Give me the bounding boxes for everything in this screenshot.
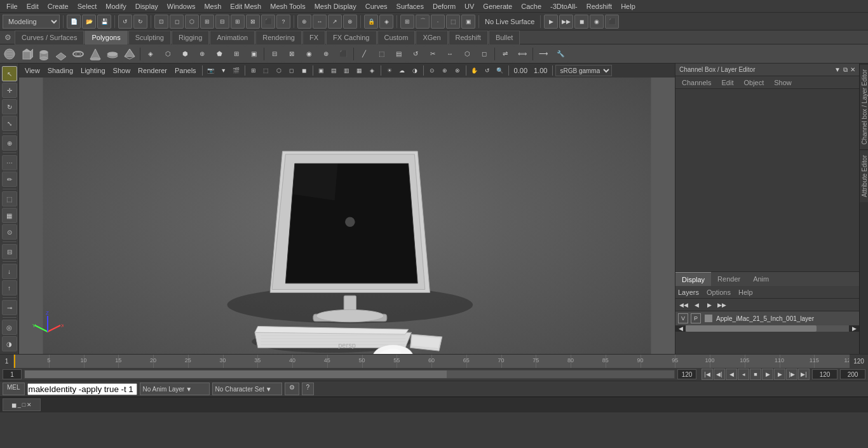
vtab-channel-box[interactable]: Channel box / Layer Editor (860, 64, 868, 149)
le-new-layer[interactable]: ◀◀ (678, 300, 689, 310)
vp-menu-lighting[interactable]: Lighting (78, 65, 109, 76)
snap3-btn[interactable]: ⊞ (231, 15, 245, 29)
display-icon1[interactable]: ⊞ (248, 65, 259, 76)
light-icon1[interactable]: ☀ (384, 65, 395, 76)
le-subtab-options[interactable]: Options (707, 288, 731, 296)
tab-sculpting[interactable]: Sculpting (128, 31, 171, 44)
rot-btn[interactable]: ↔ (313, 15, 327, 29)
shelf-offset-edge[interactable]: ▤ (390, 46, 407, 62)
shelf-insert-edge[interactable]: ⬚ (373, 46, 390, 62)
render4-btn[interactable]: ◉ (590, 15, 604, 29)
anim-layer-dropdown[interactable]: No Anim Layer ▼ (140, 383, 210, 395)
render2-btn[interactable]: ▶▶ (559, 15, 573, 29)
tab-rigging[interactable]: Rigging (172, 31, 209, 44)
workspace-dropdown[interactable]: Modeling (3, 15, 60, 29)
box-mode-btn[interactable]: ⬚ (2, 191, 17, 207)
pb-last[interactable]: ▶| (798, 369, 810, 380)
tab-rendering[interactable]: Rendering (255, 31, 302, 44)
shading-icon4[interactable]: ▦ (354, 65, 365, 76)
lasso-btn[interactable]: ◻ (170, 15, 184, 29)
measure-btn[interactable]: ⊸ (2, 300, 17, 315)
menu-mesh-display[interactable]: Mesh Display (311, 1, 360, 11)
menu-redshift[interactable]: Redshift (583, 1, 616, 11)
layer-scroll-right[interactable]: ▶ (849, 323, 859, 334)
snap2-btn[interactable]: ⊟ (215, 15, 229, 29)
shelf-cone[interactable] (87, 46, 104, 62)
gamma-select[interactable]: sRGB gamma (555, 65, 612, 76)
help2-btn[interactable]: ? (302, 383, 315, 395)
shelf-fill-hole[interactable]: ⬟ (211, 46, 227, 62)
paint-btn[interactable]: ⬡ (185, 15, 199, 29)
pb-play[interactable]: ▶ (762, 369, 773, 380)
prefs-cog-btn[interactable]: ⚙ (1, 31, 14, 44)
paint-sel-btn[interactable]: ✏ (2, 172, 17, 187)
range-end-input[interactable] (677, 369, 696, 379)
redo-btn[interactable]: ↻ (133, 15, 147, 29)
shelf-bevel[interactable]: ⬡ (459, 46, 475, 62)
shelf-extrude[interactable]: ⬡ (159, 46, 176, 62)
layer-color-swatch[interactable] (705, 315, 712, 322)
rotate-tool-btn[interactable]: ↻ (2, 99, 17, 114)
le-tab-display[interactable]: Display (675, 272, 711, 286)
le-tab-render[interactable]: Render (711, 272, 747, 286)
menu-help[interactable]: Help (617, 1, 639, 11)
pb-stop[interactable]: ■ (750, 369, 761, 380)
trans-btn[interactable]: ⊕ (297, 15, 311, 29)
menu-edit-mesh[interactable]: Edit Mesh (226, 1, 265, 11)
select-cam-icon[interactable]: ▼ (218, 65, 229, 76)
shelf-append[interactable]: ⊕ (194, 46, 210, 62)
menu-surfaces[interactable]: Surfaces (393, 1, 428, 11)
vp-menu-panels[interactable]: Panels (172, 65, 200, 76)
render5-btn[interactable]: ⬛ (605, 15, 619, 29)
shadow-icon[interactable]: ◑ (409, 65, 421, 76)
menu-generate[interactable]: Generate (479, 1, 516, 11)
snap1-btn[interactable]: ⊞ (200, 15, 214, 29)
tab-custom[interactable]: Custom (377, 31, 416, 44)
viewport[interactable]: View Shading Lighting Show Renderer Pane… (19, 64, 675, 354)
le-subtab-layers[interactable]: Layers (678, 288, 699, 296)
shading-icon5[interactable]: ◈ (367, 65, 378, 76)
lasso-select-btn[interactable]: ⋯ (2, 155, 17, 170)
shelf-smooth[interactable]: ⊞ (228, 46, 245, 62)
shelf-plane[interactable] (53, 46, 69, 62)
tab-fx[interactable]: FX (302, 31, 325, 44)
scale-tool-btn[interactable]: ⤡ (2, 116, 17, 131)
new-scene-btn[interactable]: 📄 (67, 15, 81, 29)
time-slider[interactable]: 1510152025303540455055606570758085909510… (14, 355, 849, 368)
snap5-btn[interactable]: ⬛ (261, 15, 275, 29)
layer-scroll-left[interactable]: ◀ (675, 323, 686, 334)
pb-prev-key[interactable]: ◀| (714, 369, 725, 380)
taskbar-min-btn[interactable]: _ (18, 402, 21, 408)
tab-fx-caching[interactable]: FX Caching (326, 31, 376, 44)
highlight-btn[interactable]: ◈ (379, 15, 393, 29)
current-time-input[interactable] (812, 369, 837, 379)
snap-surface-btn[interactable]: ▣ (461, 15, 475, 29)
shelf-torus[interactable] (70, 46, 86, 62)
render-btn[interactable]: ▶ (544, 15, 558, 29)
menu-uv[interactable]: UV (461, 1, 478, 11)
silhouette-btn[interactable]: ◑ (2, 336, 17, 351)
menu-cache[interactable]: Cache (517, 1, 545, 11)
shelf-mirror2[interactable]: ⟺ (514, 46, 531, 62)
snap-proj-btn[interactable]: ⬚ (446, 15, 460, 29)
cb-tab-show[interactable]: Show (770, 78, 796, 88)
rot-cam-icon[interactable]: ↺ (482, 65, 493, 76)
char-set-dropdown[interactable]: No Character Set ▼ (212, 383, 282, 395)
range-max-input[interactable] (840, 369, 865, 379)
shelf-bridge[interactable]: ⬢ (177, 46, 193, 62)
menu-display[interactable]: Display (132, 1, 162, 11)
pb-prev[interactable]: ◀ (726, 369, 737, 380)
layer-scrollbar[interactable] (686, 325, 849, 332)
save-scene-btn[interactable]: 💾 (97, 15, 111, 29)
menu-mesh[interactable]: Mesh (200, 1, 225, 11)
film-icon[interactable]: 🎬 (231, 65, 242, 76)
pb-first[interactable]: |◀ (702, 369, 713, 380)
shelf-crease[interactable]: ◻ (476, 46, 492, 62)
shelf-multi-cut[interactable]: ✂ (424, 46, 441, 62)
mel-btn[interactable]: MEL (3, 383, 25, 395)
tab-redshift[interactable]: Redshift (449, 31, 488, 44)
pb-play-back[interactable]: ◂ (738, 369, 749, 380)
shading-icon2[interactable]: ▤ (329, 65, 340, 76)
vp-menu-show[interactable]: Show (110, 65, 134, 76)
shelf-slide-edge[interactable]: ↔ (442, 46, 458, 62)
